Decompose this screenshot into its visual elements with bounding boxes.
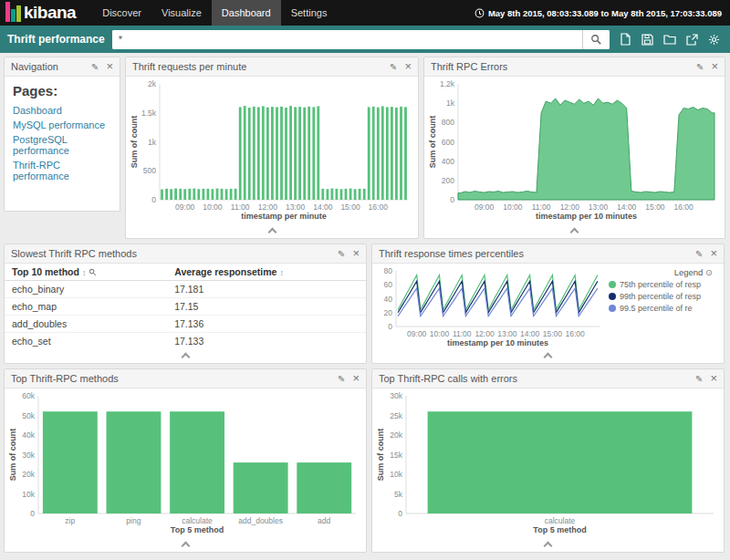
collapse-panel-button[interactable]	[5, 539, 366, 552]
time-range-picker[interactable]: May 8th 2015, 08:03:33.089 to May 8th 20…	[474, 8, 730, 18]
svg-text:0: 0	[30, 509, 35, 518]
edit-panel-icon[interactable]: ✎	[338, 249, 345, 259]
query-bar: Thrift performance	[0, 26, 730, 53]
panel-header[interactable]: Top Thrift-RPC methods ✎×	[5, 369, 366, 389]
chevron-up-icon	[544, 542, 553, 551]
svg-text:0: 0	[151, 195, 156, 204]
kibana-logo[interactable]: kibana	[0, 2, 85, 24]
close-panel-icon[interactable]: ×	[106, 62, 113, 71]
svg-text:1.2k: 1.2k	[440, 79, 455, 88]
main-nav: Discover Visualize Dashboard Settings	[92, 0, 337, 26]
close-panel-icon[interactable]: ×	[404, 62, 412, 71]
dashboard-grid: Navigation ✎× Pages: Dashboard MySQL per…	[0, 53, 730, 560]
close-panel-icon[interactable]: ×	[352, 249, 360, 258]
svg-text:calculate: calculate	[545, 516, 576, 525]
legend-toggle-icon[interactable]: ⊙	[705, 267, 713, 277]
panel-header[interactable]: Top Thrift-RPC calls with errors ✎×	[372, 369, 724, 389]
panel-header[interactable]: Thrift response times percentiles ✎×	[372, 244, 724, 264]
close-panel-icon[interactable]: ×	[352, 374, 360, 383]
svg-text:timestamp per 10 minutes: timestamp per 10 minutes	[447, 338, 548, 347]
nav-tab-discover[interactable]: Discover	[92, 0, 151, 26]
time-range-text: May 8th 2015, 08:03:33.089 to May 8th 20…	[488, 8, 722, 18]
panel-header[interactable]: Slowest Thrift RPC methods ✎×	[5, 244, 366, 264]
sort-icon: ↕	[279, 268, 284, 277]
percentiles-line-chart[interactable]: 02040608009:0010:0011:0012:0013:0014:001…	[374, 265, 607, 349]
options-gear-icon[interactable]	[708, 34, 720, 46]
collapse-panel-button[interactable]	[372, 539, 724, 552]
rpc-errors-area-chart[interactable]: 02004006008001k1.2k09:0010:0011:0012:001…	[427, 78, 722, 223]
svg-text:20k: 20k	[22, 470, 35, 479]
svg-text:60k: 60k	[22, 391, 35, 400]
edit-panel-icon[interactable]: ✎	[695, 374, 703, 384]
top-navbar: kibana Discover Visualize Dashboard Sett…	[0, 0, 730, 26]
collapse-panel-button[interactable]	[126, 225, 418, 238]
nav-tab-visualize[interactable]: Visualize	[151, 0, 212, 26]
kibana-brand-text: kibana	[24, 4, 76, 22]
legend-item[interactable]: 75th percentile of resp	[609, 280, 713, 289]
save-dashboard-icon[interactable]	[641, 34, 653, 46]
svg-text:add: add	[318, 516, 330, 525]
table-row[interactable]: echo_map17.15	[5, 298, 366, 316]
legend-item[interactable]: 99th percentile of resp	[609, 292, 713, 301]
share-dashboard-icon[interactable]	[686, 34, 698, 46]
panel-navigation: Navigation ✎× Pages: Dashboard MySQL per…	[4, 57, 120, 212]
top-errors-bar-chart[interactable]: 05k10k15k20k25k30kcalculateTop 5 methodS…	[375, 390, 721, 536]
svg-text:16:00: 16:00	[369, 202, 389, 212]
svg-text:60: 60	[384, 280, 393, 289]
panel-header[interactable]: Thrift requests per minute ✎×	[126, 57, 418, 77]
svg-text:25k: 25k	[390, 411, 402, 420]
edit-panel-icon[interactable]: ✎	[696, 62, 704, 72]
svg-text:10k: 10k	[22, 490, 35, 499]
search-button[interactable]	[582, 30, 610, 49]
svg-text:12:00: 12:00	[474, 329, 495, 338]
edit-panel-icon[interactable]: ✎	[91, 62, 99, 72]
edit-panel-icon[interactable]: ✎	[695, 249, 703, 259]
svg-text:40: 40	[384, 295, 393, 304]
row-2: Slowest Thrift RPC methods ✎× Top 10 met…	[4, 244, 726, 364]
svg-text:13:00: 13:00	[589, 202, 609, 212]
new-dashboard-icon[interactable]	[620, 33, 631, 46]
table-row[interactable]: echo_binary17.181	[5, 281, 366, 298]
query-input[interactable]	[112, 30, 582, 49]
table-row[interactable]: echo_set17.133	[5, 333, 366, 350]
svg-text:10:00: 10:00	[430, 329, 450, 338]
edit-panel-icon[interactable]: ✎	[390, 62, 397, 72]
table-row[interactable]: add_doubles17.136	[5, 316, 366, 333]
nav-link-postgresql[interactable]: PostgreSQL performance	[13, 134, 111, 156]
search-icon	[590, 34, 602, 46]
load-dashboard-icon[interactable]	[663, 34, 676, 45]
panel-top-errors: Top Thrift-RPC calls with errors ✎× 05k1…	[371, 368, 725, 553]
svg-text:timestamp per minute: timestamp per minute	[241, 212, 327, 221]
nav-tab-settings[interactable]: Settings	[281, 0, 338, 26]
column-search-icon[interactable]	[89, 268, 97, 276]
legend-item[interactable]: 99.5 percentile of re	[609, 304, 713, 313]
collapse-panel-button[interactable]	[424, 225, 725, 238]
svg-text:600: 600	[442, 138, 454, 147]
svg-text:1.5k: 1.5k	[141, 109, 157, 118]
close-panel-icon[interactable]: ×	[710, 374, 717, 383]
column-header-method[interactable]: Top 10 method↕	[5, 264, 167, 281]
svg-text:10k: 10k	[390, 470, 402, 479]
column-header-responsetime[interactable]: Average responsetime↕	[167, 264, 366, 281]
svg-text:15:00: 15:00	[645, 202, 665, 212]
panel-header[interactable]: Thrift RPC Errors ✎×	[424, 57, 725, 77]
panel-top-methods: Top Thrift-RPC methods ✎× 010k20k30k40k5…	[4, 368, 367, 553]
sort-icon: ↕	[82, 268, 87, 277]
close-panel-icon[interactable]: ×	[711, 62, 718, 71]
nav-link-thrift-rpc[interactable]: Thrift-RPC performance	[13, 160, 111, 181]
pages-heading: Pages:	[13, 83, 111, 99]
nav-tab-dashboard[interactable]: Dashboard	[212, 0, 281, 26]
chevron-up-icon	[267, 228, 276, 237]
close-panel-icon[interactable]: ×	[710, 249, 717, 258]
requests-per-minute-bar-chart[interactable]: 05001k1.5k2k09:0010:0011:0012:0013:0014:…	[129, 78, 415, 223]
panel-header[interactable]: Navigation ✎×	[5, 57, 120, 77]
top-methods-bar-chart[interactable]: 010k20k30k40k50k60kzippingcalculateadd_d…	[7, 390, 363, 536]
svg-text:30k: 30k	[390, 391, 402, 400]
collapse-panel-button[interactable]	[372, 350, 724, 363]
collapse-panel-button[interactable]	[5, 350, 366, 363]
nav-link-dashboard[interactable]: Dashboard	[13, 105, 111, 116]
nav-link-mysql[interactable]: MySQL performance	[13, 119, 111, 130]
svg-text:800: 800	[442, 118, 454, 127]
svg-text:09:00: 09:00	[407, 329, 427, 338]
edit-panel-icon[interactable]: ✎	[338, 374, 345, 384]
